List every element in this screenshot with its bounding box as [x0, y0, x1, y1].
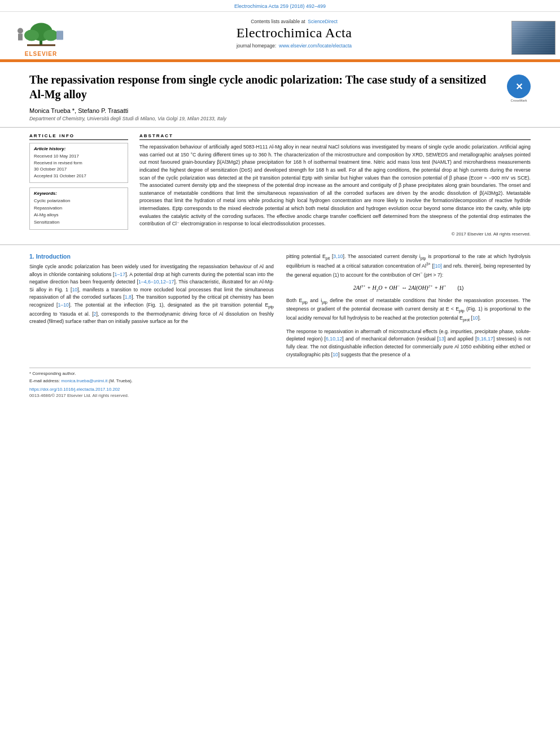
- crossmark-badge[interactable]: CrossMark: [507, 75, 531, 98]
- svg-point-5: [43, 30, 58, 41]
- journal-cover-image: [511, 21, 555, 55]
- intro-heading: 1. Introduction: [29, 253, 274, 260]
- svg-rect-7: [18, 34, 23, 41]
- top-bar: Electrochimica Acta 259 (2018) 492–499: [0, 0, 560, 12]
- keyword-1: Cyclic polarization: [34, 198, 124, 205]
- ref-1-17[interactable]: 1–17: [115, 272, 126, 277]
- abstract-col: ABSTRACT The repassivation behaviour of …: [139, 133, 531, 237]
- keyword-3: Al-Mg alloys: [34, 212, 124, 219]
- ref-2[interactable]: 2: [94, 311, 97, 317]
- authors-line: Monica Trueba *, Stefano P. Trasatti: [29, 107, 531, 114]
- homepage-line: journal homepage: www.elsevier.com/locat…: [82, 43, 506, 49]
- copyright-line: © 2017 Elsevier Ltd. All rights reserved…: [139, 231, 531, 237]
- contents-line: Contents lists available at ScienceDirec…: [82, 19, 506, 24]
- ref-3-10[interactable]: 3,10: [333, 254, 343, 259]
- author-email-link[interactable]: monica.trueba@unimi.it: [61, 378, 107, 383]
- logo-area: ELSEVIER: [0, 16, 82, 59]
- article-history-box: Article history: Received 10 May 2017 Re…: [29, 143, 128, 183]
- svg-point-4: [24, 30, 39, 41]
- ref-1-4[interactable]: 1–4,6–10,12–17: [138, 279, 174, 285]
- received-date: Received 10 May 2017: [34, 153, 124, 160]
- body-left-col: 1. Introduction Single cycle anodic pola…: [29, 253, 274, 359]
- keywords-list: Cyclic polarization Repassivation Al-Mg …: [34, 198, 124, 226]
- sciencedirect-link[interactable]: ScienceDirect: [308, 19, 337, 24]
- ref-9-17[interactable]: 9,16,17: [476, 336, 493, 342]
- ref-1-10a[interactable]: 1–10: [58, 302, 69, 308]
- ref-10d[interactable]: 10: [333, 352, 338, 357]
- body-right-col: pitting potential Epit [3,10]. The assoc…: [286, 253, 531, 359]
- article-history-label: Article history:: [34, 146, 124, 151]
- info-abstract-section: ARTICLE INFO Article history: Received 1…: [0, 128, 560, 245]
- svg-rect-2: [27, 45, 55, 46]
- equation-1-text: 2Al3+ + H2O + OH− ↔ 2Al(OH)2+ + H+: [353, 284, 447, 292]
- corresponding-author-note: * Corresponding author.: [29, 370, 531, 377]
- journal-thumbnail: [506, 16, 560, 59]
- journal-center: Contents lists available at ScienceDirec…: [82, 16, 506, 59]
- elsevier-tree-logo: [10, 19, 72, 50]
- footnotes: * Corresponding author. E-mail address: …: [0, 368, 560, 385]
- keyword-2: Repassivation: [34, 205, 124, 212]
- doi-line: https://doi.org/10.1016/j.electacta.2017…: [0, 385, 560, 392]
- ref-13[interactable]: 13: [439, 336, 444, 342]
- intro-right-text-3: The response to repassivation in afterma…: [286, 328, 531, 359]
- affiliation-line: Department of Chemistry, Università degl…: [29, 116, 531, 121]
- elsevier-brand-text: ELSEVIER: [25, 51, 57, 57]
- issn-line: 0013-4686/© 2017 Elsevier Ltd. All right…: [0, 392, 560, 398]
- article-info-col: ARTICLE INFO Article history: Received 1…: [29, 133, 128, 237]
- keywords-label: Keywords:: [34, 191, 124, 196]
- ref-1-8[interactable]: 1,8: [125, 294, 132, 300]
- equation-1-row: 2Al3+ + H2O + OH− ↔ 2Al(OH)2+ + H+ (1): [286, 279, 531, 297]
- doi-link[interactable]: https://doi.org/10.1016/j.electacta.2017…: [29, 387, 120, 392]
- crossmark-icon[interactable]: [507, 75, 531, 98]
- ref-10b[interactable]: [10]: [434, 263, 442, 269]
- article-title: The repassivation response from single c…: [29, 72, 500, 102]
- accepted-date: Accepted 31 October 2017: [34, 173, 124, 180]
- ref-6-12[interactable]: 6,10,12: [326, 336, 342, 342]
- body-section: 1. Introduction Single cycle anodic pola…: [0, 245, 560, 364]
- email-note: E-mail address: monica.trueba@unimi.it (…: [29, 378, 531, 385]
- svg-rect-8: [56, 31, 63, 40]
- crossmark-label: CrossMark: [507, 99, 531, 102]
- intro-right-text-2: Both Eptp and iptp define the onset of m…: [286, 297, 531, 324]
- intro-left-text: Single cycle anodic polarization has bee…: [29, 263, 274, 326]
- equation-1-number: (1): [457, 285, 463, 291]
- keyword-4: Sensitization: [34, 219, 124, 226]
- revised-date: 30 October 2017: [34, 166, 124, 173]
- article-section: The repassivation response from single c…: [0, 62, 560, 128]
- intro-right-text-1: pitting potential Epit [3,10]. The assoc…: [286, 253, 531, 279]
- revised-label: Received in revised form: [34, 160, 124, 167]
- svg-point-6: [18, 28, 23, 34]
- journal-header: ELSEVIER Contents lists available at Sci…: [0, 12, 560, 60]
- journal-title: Electrochimica Acta: [82, 25, 506, 41]
- abstract-text: The repassivation behaviour of artificia…: [139, 143, 531, 228]
- abstract-title: ABSTRACT: [139, 133, 531, 140]
- homepage-link[interactable]: www.elsevier.com/locate/electacta: [279, 43, 352, 49]
- keywords-box: Keywords: Cyclic polarization Repassivat…: [29, 187, 128, 230]
- article-info-title: ARTICLE INFO: [29, 133, 128, 140]
- ref-10c[interactable]: 10: [473, 315, 478, 321]
- article-title-row: The repassivation response from single c…: [29, 72, 531, 102]
- journal-citation-link[interactable]: Electrochimica Acta 259 (2018) 492–499: [234, 3, 326, 9]
- ref-10a[interactable]: 10: [72, 287, 77, 292]
